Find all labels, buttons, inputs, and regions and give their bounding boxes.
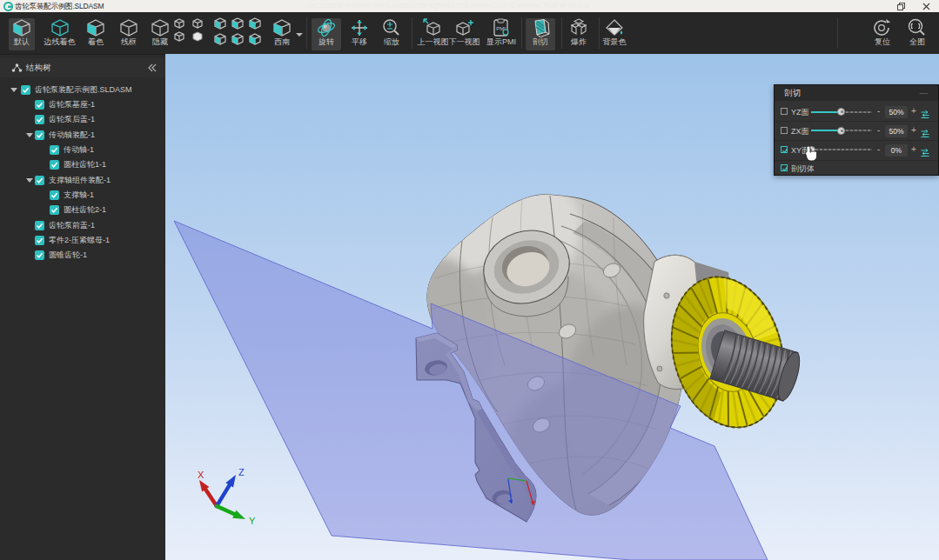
svg-text:X: X <box>198 470 205 480</box>
svg-text:Z: Z <box>238 467 245 477</box>
svg-text:Y: Y <box>249 516 256 526</box>
